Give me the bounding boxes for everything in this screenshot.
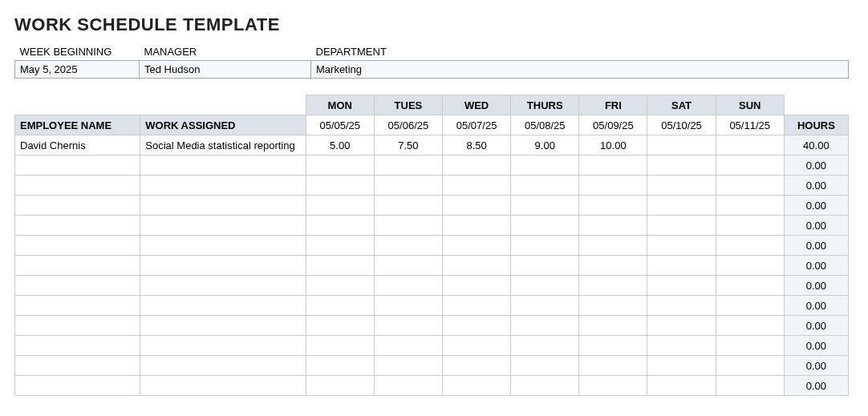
cell-work[interactable] bbox=[140, 236, 306, 256]
cell-work[interactable] bbox=[140, 196, 306, 216]
cell-day[interactable] bbox=[579, 155, 647, 176]
cell-employee[interactable]: David Chernis bbox=[15, 135, 140, 155]
cell-day[interactable] bbox=[647, 296, 716, 316]
cell-day[interactable] bbox=[443, 196, 511, 216]
cell-day[interactable] bbox=[511, 196, 579, 216]
cell-day[interactable] bbox=[443, 376, 511, 396]
cell-day[interactable] bbox=[443, 176, 511, 196]
cell-day[interactable] bbox=[306, 196, 374, 216]
value-department[interactable]: Marketing bbox=[311, 61, 849, 79]
cell-work[interactable]: Social Media statistical reporting bbox=[140, 135, 306, 155]
cell-employee[interactable] bbox=[15, 296, 140, 316]
cell-day[interactable] bbox=[647, 196, 716, 216]
cell-employee[interactable] bbox=[15, 376, 140, 396]
cell-day[interactable] bbox=[647, 276, 716, 296]
cell-day[interactable] bbox=[306, 236, 374, 256]
cell-day[interactable] bbox=[306, 276, 374, 296]
cell-day[interactable] bbox=[306, 376, 374, 396]
cell-day[interactable] bbox=[443, 336, 511, 356]
cell-day[interactable] bbox=[716, 336, 784, 356]
cell-day[interactable] bbox=[443, 276, 511, 296]
cell-day[interactable] bbox=[374, 196, 442, 216]
cell-day[interactable] bbox=[647, 155, 716, 176]
cell-work[interactable] bbox=[140, 376, 306, 396]
cell-day[interactable] bbox=[579, 296, 647, 316]
cell-day[interactable] bbox=[579, 196, 647, 216]
cell-day[interactable] bbox=[579, 176, 647, 196]
cell-work[interactable] bbox=[140, 316, 306, 336]
cell-day[interactable] bbox=[647, 216, 716, 236]
cell-day[interactable] bbox=[647, 356, 716, 376]
cell-employee[interactable] bbox=[15, 316, 140, 336]
cell-employee[interactable] bbox=[15, 256, 140, 276]
cell-work[interactable] bbox=[140, 155, 306, 176]
cell-day[interactable] bbox=[306, 155, 374, 176]
cell-employee[interactable] bbox=[15, 336, 140, 356]
cell-day[interactable] bbox=[511, 216, 579, 236]
cell-day[interactable] bbox=[443, 316, 511, 336]
cell-day[interactable] bbox=[647, 236, 716, 256]
cell-employee[interactable] bbox=[15, 356, 140, 376]
cell-day[interactable] bbox=[374, 356, 442, 376]
cell-employee[interactable] bbox=[15, 276, 140, 296]
cell-day[interactable] bbox=[443, 256, 511, 276]
cell-day[interactable] bbox=[647, 316, 716, 336]
cell-day[interactable] bbox=[443, 155, 511, 176]
cell-day[interactable] bbox=[374, 336, 442, 356]
cell-day[interactable] bbox=[443, 296, 511, 316]
cell-day[interactable] bbox=[511, 336, 579, 356]
cell-day[interactable] bbox=[306, 296, 374, 316]
cell-employee[interactable] bbox=[15, 236, 140, 256]
cell-day[interactable] bbox=[716, 236, 784, 256]
cell-employee[interactable] bbox=[15, 155, 140, 176]
cell-day[interactable] bbox=[716, 356, 784, 376]
cell-day[interactable] bbox=[511, 356, 579, 376]
cell-day[interactable] bbox=[716, 276, 784, 296]
cell-day[interactable] bbox=[647, 176, 716, 196]
cell-day[interactable] bbox=[647, 135, 716, 155]
cell-day[interactable] bbox=[716, 316, 784, 336]
cell-day[interactable] bbox=[579, 316, 647, 336]
cell-day[interactable] bbox=[511, 376, 579, 396]
cell-day[interactable] bbox=[579, 376, 647, 396]
cell-day[interactable] bbox=[647, 376, 716, 396]
cell-day[interactable] bbox=[306, 336, 374, 356]
cell-day[interactable]: 5.00 bbox=[306, 135, 374, 155]
cell-day[interactable] bbox=[579, 236, 647, 256]
cell-day[interactable] bbox=[306, 356, 374, 376]
cell-day[interactable] bbox=[716, 155, 784, 176]
cell-work[interactable] bbox=[140, 256, 306, 276]
cell-day[interactable] bbox=[716, 216, 784, 236]
cell-day[interactable] bbox=[579, 336, 647, 356]
cell-day[interactable] bbox=[443, 356, 511, 376]
cell-day[interactable] bbox=[716, 296, 784, 316]
cell-day[interactable] bbox=[374, 376, 442, 396]
cell-day[interactable]: 8.50 bbox=[443, 135, 511, 155]
cell-day[interactable] bbox=[511, 256, 579, 276]
cell-day[interactable] bbox=[511, 316, 579, 336]
cell-employee[interactable] bbox=[15, 196, 140, 216]
cell-day[interactable]: 7.50 bbox=[374, 135, 442, 155]
cell-day[interactable] bbox=[579, 276, 647, 296]
cell-employee[interactable] bbox=[15, 176, 140, 196]
cell-day[interactable] bbox=[511, 236, 579, 256]
cell-day[interactable] bbox=[374, 296, 442, 316]
cell-work[interactable] bbox=[140, 176, 306, 196]
value-week-beginning[interactable]: May 5, 2025 bbox=[15, 61, 140, 79]
cell-work[interactable] bbox=[140, 296, 306, 316]
cell-day[interactable] bbox=[579, 256, 647, 276]
cell-day[interactable] bbox=[374, 236, 442, 256]
cell-day[interactable] bbox=[647, 256, 716, 276]
cell-day[interactable] bbox=[306, 176, 374, 196]
cell-day[interactable] bbox=[306, 216, 374, 236]
cell-work[interactable] bbox=[140, 356, 306, 376]
cell-day[interactable] bbox=[716, 135, 784, 155]
cell-day[interactable] bbox=[716, 176, 784, 196]
cell-work[interactable] bbox=[140, 216, 306, 236]
cell-day[interactable]: 9.00 bbox=[511, 135, 579, 155]
cell-work[interactable] bbox=[140, 336, 306, 356]
cell-day[interactable] bbox=[716, 256, 784, 276]
cell-day[interactable] bbox=[306, 316, 374, 336]
cell-day[interactable] bbox=[374, 256, 442, 276]
cell-day[interactable] bbox=[443, 216, 511, 236]
